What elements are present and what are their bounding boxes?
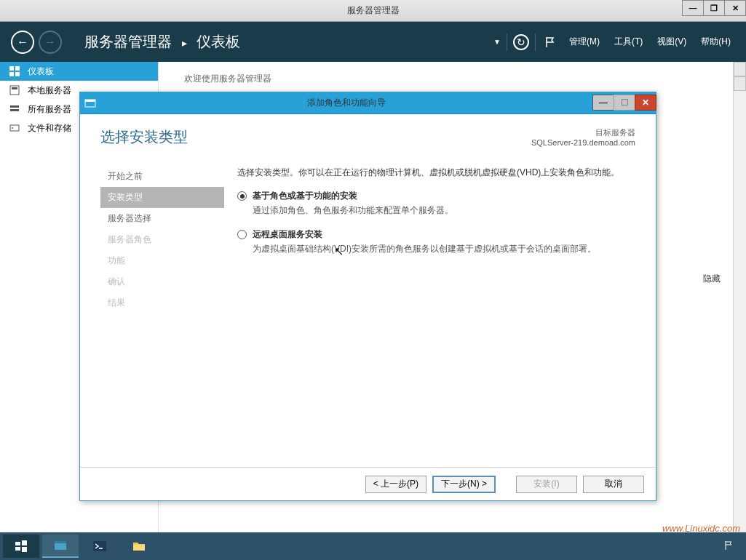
divider [535,33,536,51]
chevron-right-icon: ▸ [182,37,187,49]
target-server-name: SQLServer-219.demoad.com [531,138,635,147]
sidebar-item-dashboard[interactable]: 仪表板 [0,62,158,81]
hide-link[interactable]: 隐藏 [703,273,721,285]
sidebar-item-label: 文件和存储 [28,122,71,135]
radio-role-based[interactable] [237,191,247,201]
svg-rect-7 [10,109,19,111]
step-confirm: 确认 [100,271,224,292]
wizard-heading: 选择安装类型 [100,127,188,147]
vertical-scrollbar[interactable] [733,62,746,532]
maximize-button[interactable]: ❐ [703,0,725,16]
minimize-button[interactable]: — [682,0,704,16]
breadcrumb-current: 仪表板 [197,33,240,49]
system-tray [724,540,743,552]
task-powershell[interactable] [82,535,118,558]
option-text: 基于角色或基于功能的安装 通过添加角色、角色服务和功能来配置单个服务器。 [253,190,453,217]
flag-icon[interactable] [541,33,559,51]
option-title: 基于角色或基于功能的安装 [253,190,453,202]
svg-rect-2 [9,72,14,76]
wizard-close-button[interactable]: ✕ [635,95,656,111]
refresh-icon[interactable]: ↻ [513,34,529,50]
app-name: 服务器管理器 [84,33,172,49]
wizard-maximize-button: ☐ [614,95,635,111]
svg-rect-4 [10,86,19,95]
tray-flag-icon[interactable] [724,540,736,552]
dropdown-arrow-icon[interactable]: ▼ [493,38,501,46]
sidebar-item-label: 本地服务器 [28,84,71,97]
close-button[interactable]: ✕ [724,0,746,16]
start-button[interactable] [3,535,39,558]
svg-rect-18 [93,541,106,551]
taskbar [0,532,746,560]
window-controls: — ❐ ✕ [683,0,746,16]
step-results: 结果 [100,292,224,313]
wizard-body: 选择安装类型 目标服务器 SQLServer-219.demoad.com 开始… [80,114,656,500]
option-remote-desktop[interactable]: 远程桌面服务安装 为虚拟桌面基础结构(VDI)安装所需的角色服务以创建基于虚拟机… [237,228,632,255]
radio-remote-desktop[interactable] [237,230,247,239]
step-features: 功能 [100,250,224,271]
svg-rect-0 [9,66,14,71]
svg-rect-17 [55,541,66,543]
wizard-app-icon [80,93,100,113]
menu-tools[interactable]: 工具(T) [610,34,647,49]
target-server-info: 目标服务器 SQLServer-219.demoad.com [531,127,635,147]
dashboard-icon [9,65,20,77]
wizard-footer: < 上一步(P) 下一步(N) > 安装(I) 取消 [80,467,656,500]
sidebar-item-label: 仪表板 [28,65,54,78]
step-install-type[interactable]: 安装类型 [100,187,224,208]
option-role-based[interactable]: 基于角色或基于功能的安装 通过添加角色、角色服务和功能来配置单个服务器。 [237,190,632,217]
svg-rect-8 [10,125,19,131]
header-right: ▼ ↻ 管理(M) 工具(T) 视图(V) 帮助(H) [493,33,735,51]
svg-point-9 [12,127,13,129]
storage-icon [9,122,20,134]
task-explorer[interactable] [121,535,157,558]
option-title: 远程桌面服务安装 [253,228,596,241]
divider [507,33,507,51]
content-intro: 选择安装类型。你可以在正在运行的物理计算机、虚拟机或脱机虚拟硬盘(VHD)上安装… [237,166,632,180]
install-button: 安装(I) [516,476,577,493]
svg-rect-1 [15,66,20,71]
server-icon [9,84,20,96]
svg-rect-14 [15,547,20,551]
wizard-minimize-button[interactable]: — [592,95,614,111]
svg-rect-6 [10,105,19,108]
svg-rect-11 [85,100,95,102]
window-title: 服务器管理器 [347,4,400,17]
svg-rect-3 [15,72,20,76]
step-before-begin[interactable]: 开始之前 [100,166,224,187]
servers-icon [9,103,20,115]
wizard-dialog: 添加角色和功能向导 — ☐ ✕ 选择安装类型 目标服务器 SQLServer-2… [79,92,656,501]
menu-help[interactable]: 帮助(H) [697,34,735,49]
wizard-content: 选择安装类型。你可以在正在运行的物理计算机、虚拟机或脱机虚拟硬盘(VHD)上安装… [224,156,635,467]
welcome-text: 欢迎使用服务器管理器 [184,73,728,85]
wizard-title: 添加角色和功能向导 [100,97,592,109]
target-server-label: 目标服务器 [531,127,635,138]
option-desc: 通过添加角色、角色服务和功能来配置单个服务器。 [253,204,453,217]
back-button[interactable]: ← [11,31,34,54]
option-text: 远程桌面服务安装 为虚拟桌面基础结构(VDI)安装所需的角色服务以创建基于虚拟机… [253,228,596,255]
step-server-selection[interactable]: 服务器选择 [100,208,224,229]
prev-button[interactable]: < 上一步(P) [365,476,426,493]
breadcrumb: 服务器管理器 ▸ 仪表板 [84,32,240,52]
wizard-main: 开始之前 安装类型 服务器选择 服务器角色 功能 确认 结果 选择安装类型。你可… [80,156,656,467]
cancel-button[interactable]: 取消 [583,476,644,493]
step-server-roles: 服务器角色 [100,229,224,250]
wizard-window-controls: — ☐ ✕ [592,95,656,111]
menu-manage[interactable]: 管理(M) [565,34,604,49]
svg-rect-5 [12,87,17,89]
window-titlebar: 服务器管理器 — ❐ ✕ [0,0,746,22]
wizard-header: 选择安装类型 目标服务器 SQLServer-219.demoad.com [80,114,656,156]
task-server-manager[interactable] [42,535,79,558]
next-button[interactable]: 下一步(N) > [432,476,496,493]
svg-rect-13 [22,540,27,545]
svg-rect-19 [133,545,145,551]
menu-view[interactable]: 视图(V) [653,34,691,49]
sidebar-item-label: 所有服务器 [28,103,71,116]
step-list: 开始之前 安装类型 服务器选择 服务器角色 功能 确认 结果 [100,156,224,467]
forward-button: → [39,31,62,54]
option-desc: 为虚拟桌面基础结构(VDI)安装所需的角色服务以创建基于虚拟机或基于会话的桌面部… [253,242,596,255]
svg-rect-12 [15,542,20,545]
wizard-titlebar[interactable]: 添加角色和功能向导 — ☐ ✕ [80,92,656,114]
svg-rect-15 [22,547,27,552]
app-header: ← → 服务器管理器 ▸ 仪表板 ▼ ↻ 管理(M) 工具(T) 视图(V) 帮… [0,22,746,62]
